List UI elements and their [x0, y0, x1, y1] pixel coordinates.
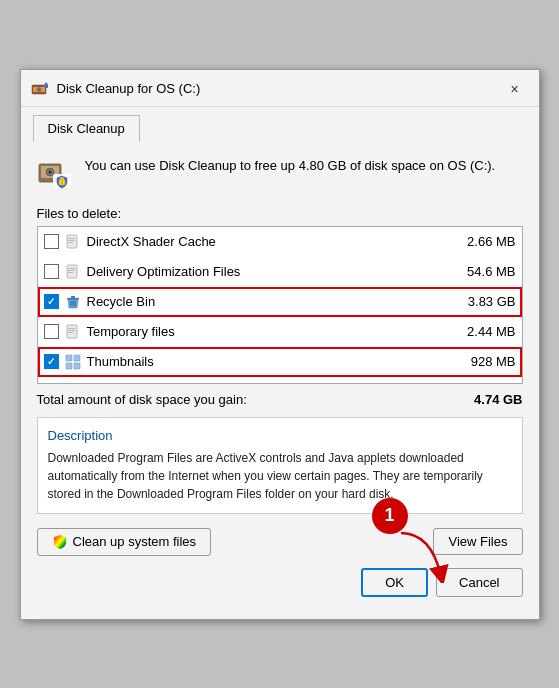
description-section: Description Downloaded Program Files are… [37, 417, 523, 514]
svg-rect-16 [68, 242, 73, 243]
disk-icon [37, 156, 73, 192]
title-bar: Disk Cleanup for OS (C:) × [21, 70, 539, 107]
description-text: Downloaded Program Files are ActiveX con… [48, 449, 512, 503]
file-name-temp: Temporary files [87, 324, 450, 339]
svg-rect-14 [68, 238, 75, 239]
view-files-label: View Files [448, 534, 507, 549]
header-icons [37, 156, 73, 192]
annotation-wrapper: 1 OK Cancel [37, 568, 523, 597]
window-title: Disk Cleanup for OS (C:) [57, 81, 201, 96]
file-size-thumbnails: 928 MB [456, 354, 516, 369]
svg-rect-33 [74, 363, 80, 369]
tab-disk-cleanup[interactable]: Disk Cleanup [33, 115, 140, 142]
file-row-recycle[interactable]: Recycle Bin 3.83 GB [38, 287, 522, 317]
files-section-label: Files to delete: [37, 206, 523, 221]
svg-rect-18 [68, 268, 75, 269]
file-name-thumbnails: Thumbnails [87, 354, 450, 369]
svg-rect-27 [68, 328, 75, 329]
total-section: Total amount of disk space you gain: 4.7… [37, 392, 523, 407]
description-title: Description [48, 428, 512, 443]
svg-rect-20 [68, 272, 73, 273]
svg-rect-13 [67, 235, 77, 248]
file-row-delivery[interactable]: Delivery Optimization Files 54.6 MB [38, 257, 522, 287]
svg-rect-31 [74, 355, 80, 361]
svg-point-3 [38, 88, 40, 90]
file-row-temp[interactable]: Temporary files 2.44 MB [38, 317, 522, 347]
file-icon-temp [65, 324, 81, 340]
svg-rect-22 [71, 296, 75, 298]
header-section: You can use Disk Cleanup to free up 4.80… [37, 156, 523, 192]
file-name-directx: DirectX Shader Cache [87, 234, 450, 249]
svg-rect-12 [61, 181, 63, 183]
checkbox-thumbnails[interactable] [44, 354, 59, 369]
svg-rect-4 [45, 84, 48, 88]
file-size-directx: 2.66 MB [456, 234, 516, 249]
file-size-recycle: 3.83 GB [456, 294, 516, 309]
annotation-arrow [391, 528, 451, 583]
total-value: 4.74 GB [474, 392, 522, 407]
shield-icon [52, 534, 68, 550]
files-list: DirectX Shader Cache 2.66 MB Delivery Op… [37, 226, 523, 384]
cleanup-system-button[interactable]: Clean up system files [37, 528, 212, 556]
file-name-delivery: Delivery Optimization Files [87, 264, 450, 279]
file-name-recycle: Recycle Bin [87, 294, 450, 309]
svg-rect-21 [67, 298, 79, 300]
svg-rect-19 [68, 270, 75, 271]
svg-rect-32 [66, 363, 72, 369]
file-size-delivery: 54.6 MB [456, 264, 516, 279]
header-description: You can use Disk Cleanup to free up 4.80… [85, 156, 496, 176]
app-icon [31, 80, 49, 98]
close-button[interactable]: × [501, 78, 529, 100]
title-bar-left: Disk Cleanup for OS (C:) [31, 80, 201, 98]
checkbox-delivery[interactable] [44, 264, 59, 279]
checkbox-recycle[interactable] [44, 294, 59, 309]
file-row-thumbnails[interactable]: Thumbnails 928 MB [38, 347, 522, 377]
checkbox-directx[interactable] [44, 234, 59, 249]
thumbnails-icon [65, 354, 81, 370]
file-icon-delivery [65, 264, 81, 280]
svg-rect-17 [67, 265, 77, 278]
svg-rect-15 [68, 240, 75, 241]
svg-rect-29 [68, 332, 73, 333]
tab-bar: Disk Cleanup [21, 107, 539, 142]
file-row-directx[interactable]: DirectX Shader Cache 2.66 MB [38, 227, 522, 257]
total-label: Total amount of disk space you gain: [37, 392, 247, 407]
checkbox-temp[interactable] [44, 324, 59, 339]
svg-rect-28 [68, 330, 75, 331]
content-area: You can use Disk Cleanup to free up 4.80… [21, 142, 539, 619]
svg-rect-30 [66, 355, 72, 361]
svg-rect-26 [67, 325, 77, 338]
file-icon-directx [65, 234, 81, 250]
recycle-bin-icon [65, 294, 81, 310]
svg-point-8 [48, 170, 51, 173]
file-size-temp: 2.44 MB [456, 324, 516, 339]
main-window: Disk Cleanup for OS (C:) × Disk Cleanup [20, 69, 540, 620]
cleanup-system-label: Clean up system files [73, 534, 197, 549]
